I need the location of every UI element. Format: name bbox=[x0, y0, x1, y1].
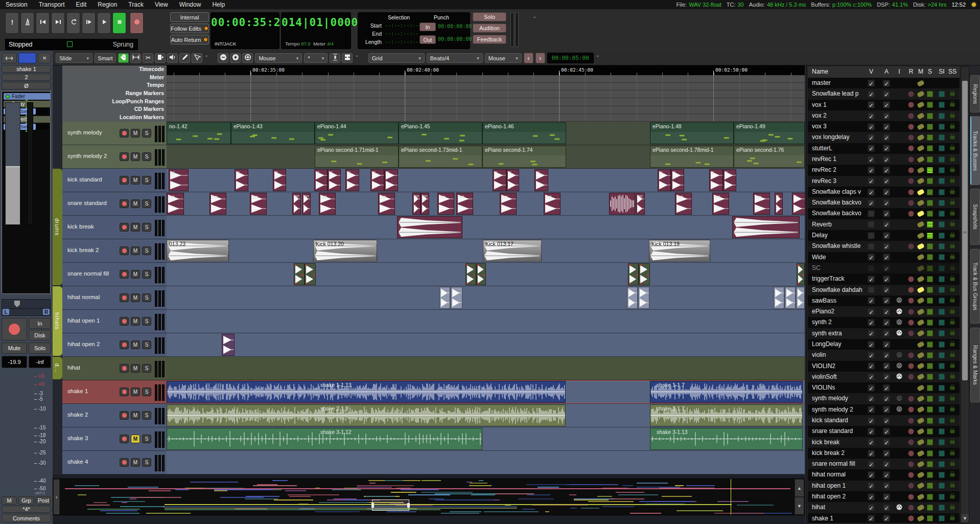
region-ePiano-1.44[interactable]: ePiano-1.44 bbox=[315, 122, 399, 144]
rec-enable-icon[interactable] bbox=[908, 352, 914, 358]
panel-row-name[interactable]: Snowflake claps v bbox=[812, 188, 866, 195]
menu-edit[interactable]: Edit bbox=[71, 1, 92, 8]
panel-row-Snowflake-backvo[interactable]: Snowflake backvo✓✓ bbox=[808, 197, 960, 208]
panel-row-violin[interactable]: violin✓✓ bbox=[808, 350, 960, 360]
panel-scroll-down-button[interactable]: ▼ bbox=[961, 514, 969, 522]
track-solo-button[interactable]: S bbox=[142, 270, 151, 279]
menu-window[interactable]: Window bbox=[174, 1, 207, 8]
panel-a-checkbox[interactable]: ✓ bbox=[883, 243, 890, 249]
rec-enable-icon[interactable] bbox=[908, 211, 914, 217]
region-shake 1-1.13[interactable]: shake 1-1.13 bbox=[167, 381, 566, 403]
rec-enable-icon[interactable] bbox=[908, 189, 914, 195]
error-log-led[interactable] bbox=[971, 2, 977, 8]
panel-a-checkbox[interactable]: ✓ bbox=[883, 341, 890, 348]
summary-overview[interactable] bbox=[60, 479, 794, 515]
mute-icon[interactable] bbox=[917, 286, 925, 293]
region-K[interactable]: K bbox=[273, 169, 286, 191]
panel-col-a[interactable]: A bbox=[884, 68, 889, 75]
solo-safe-lock-icon[interactable] bbox=[950, 190, 955, 194]
track-mute-button[interactable]: M bbox=[131, 223, 140, 232]
mute-icon[interactable] bbox=[917, 450, 925, 457]
panel-a-checkbox[interactable]: ✓ bbox=[883, 352, 890, 358]
grab-tool[interactable] bbox=[118, 53, 129, 63]
track-mute-button[interactable]: M bbox=[131, 199, 140, 208]
solo-icon[interactable] bbox=[927, 450, 933, 456]
panel-row-name[interactable]: triggerTrack bbox=[812, 275, 866, 282]
nudge-forward-button[interactable]: › bbox=[535, 53, 545, 63]
region-K[interactable]: K bbox=[534, 169, 548, 191]
solo-isolate-icon[interactable] bbox=[939, 135, 945, 141]
panel-v-checkbox[interactable]: ✓ bbox=[868, 461, 875, 467]
panel-row-name[interactable]: snare normal fill bbox=[812, 460, 866, 467]
track-mute-button[interactable]: M bbox=[131, 176, 140, 185]
zoom-fit-button[interactable] bbox=[242, 53, 253, 63]
solo-isolate-icon[interactable] bbox=[939, 440, 945, 445]
region-snare-normal-fill-4[interactable] bbox=[628, 263, 639, 285]
panel-a-checkbox[interactable]: ✓ bbox=[883, 417, 890, 424]
rec-enable-icon[interactable] bbox=[908, 320, 914, 326]
track-name-label[interactable]: hihat open 1 bbox=[67, 317, 100, 324]
region-sn[interactable]: sn bbox=[209, 193, 226, 215]
panel-row-vox-3[interactable]: vox 3✓✓ bbox=[808, 121, 960, 132]
panel-a-checkbox[interactable]: ✓ bbox=[883, 102, 890, 108]
track-record-button[interactable] bbox=[120, 246, 129, 255]
go-end-button[interactable] bbox=[51, 12, 65, 34]
tempo-value[interactable]: 87.0 bbox=[301, 41, 311, 47]
solo-icon[interactable] bbox=[927, 331, 933, 336]
group-tab-drums[interactable]: drums bbox=[53, 169, 62, 285]
track-name-label[interactable]: kick break bbox=[67, 223, 94, 230]
loop-button[interactable] bbox=[66, 12, 80, 34]
track-header-hihat-open-1[interactable]: hihat open 1MS bbox=[62, 310, 167, 333]
panel-row-revRec-3[interactable]: revRec 3✓✓ bbox=[808, 176, 960, 187]
rec-enable-icon[interactable] bbox=[908, 243, 914, 249]
panel-row-name[interactable]: violin bbox=[812, 351, 866, 358]
region-sn[interactable]: sn bbox=[675, 193, 692, 215]
mute-button[interactable]: Mute bbox=[2, 343, 27, 354]
track-solo-button[interactable]: S bbox=[142, 364, 151, 373]
panel-row-name[interactable]: kick standard bbox=[812, 417, 866, 424]
panel-a-checkbox[interactable]: ✓ bbox=[883, 232, 890, 239]
solo-icon[interactable] bbox=[927, 440, 933, 445]
cut-tool[interactable]: ✂ bbox=[143, 53, 153, 63]
solo-isolate-icon[interactable] bbox=[939, 91, 945, 97]
strip-phase-button[interactable]: Ø bbox=[2, 82, 51, 89]
track-solo-button[interactable]: S bbox=[142, 388, 151, 396]
region-kick-break-0[interactable] bbox=[397, 216, 462, 238]
mute-icon[interactable] bbox=[917, 189, 925, 196]
region-snare-normal-fill-2[interactable] bbox=[465, 263, 476, 285]
rec-enable-icon[interactable] bbox=[908, 167, 914, 173]
solo-icon[interactable] bbox=[927, 243, 933, 249]
region-K[interactable]: K bbox=[384, 169, 398, 191]
rec-enable-icon[interactable] bbox=[908, 102, 914, 108]
ruler-label-timecode[interactable]: Timecode bbox=[62, 65, 167, 74]
go-start-button[interactable] bbox=[36, 12, 50, 34]
track-lane-shake-4[interactable] bbox=[167, 451, 805, 474]
panel-row-name[interactable]: sawBass bbox=[812, 297, 866, 304]
midi-input-icon[interactable] bbox=[896, 296, 902, 305]
track-mute-button[interactable]: M bbox=[131, 293, 140, 302]
solo-isolate-icon[interactable] bbox=[939, 243, 945, 249]
pan-lane[interactable] bbox=[2, 300, 50, 309]
panel-row-hihat-open-1[interactable]: hihat open 1✓✓ bbox=[808, 481, 960, 491]
panel-row-vox-2[interactable]: vox 2✓✓ bbox=[808, 110, 960, 121]
region-sn[interactable]: sn bbox=[544, 193, 561, 215]
panel-a-checkbox[interactable]: ✓ bbox=[883, 90, 890, 97]
solo-icon[interactable] bbox=[927, 363, 933, 369]
panel-row-kick-standard[interactable]: kick standard✓✓ bbox=[808, 415, 960, 426]
panel-row-name[interactable]: hihat bbox=[812, 504, 866, 511]
panel-v-checkbox[interactable]: ✓ bbox=[868, 450, 875, 457]
panel-row-snare-normal-fill[interactable]: snare normal fill✓✓ bbox=[808, 459, 960, 469]
panel-v-checkbox[interactable]: ✓ bbox=[868, 384, 875, 391]
panel-row-name[interactable]: revRec 3 bbox=[812, 177, 866, 185]
panel-row-name[interactable]: vox 1 bbox=[812, 101, 866, 108]
region-kick-break-1[interactable] bbox=[732, 216, 800, 238]
draw-tool[interactable] bbox=[179, 53, 190, 63]
panel-row-name[interactable]: shake 1 bbox=[812, 515, 866, 522]
midi-input-icon[interactable] bbox=[896, 318, 902, 327]
track-header-hihat-normal[interactable]: hihat normalMS bbox=[62, 286, 167, 310]
mute-icon[interactable] bbox=[917, 101, 925, 108]
track-solo-button[interactable]: S bbox=[142, 223, 151, 232]
solo-isolate-icon[interactable] bbox=[939, 276, 945, 282]
solo-isolate-icon[interactable] bbox=[939, 516, 945, 521]
solo-icon[interactable] bbox=[927, 418, 933, 423]
